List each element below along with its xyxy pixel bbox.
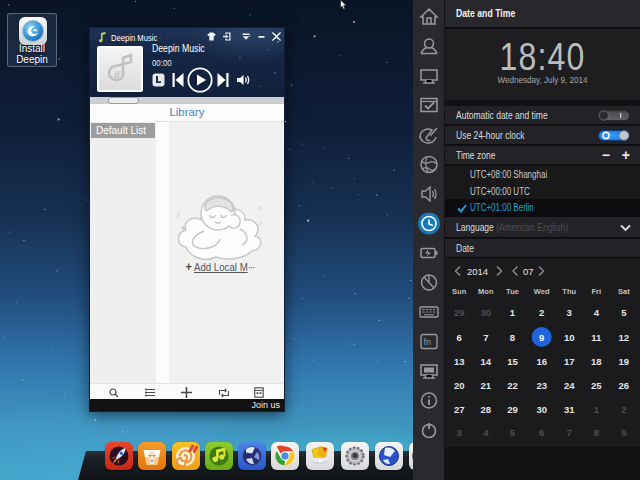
svg-text:4: 4 (483, 427, 489, 438)
svg-text:Sat: Sat (618, 287, 630, 296)
svg-text:30: 30 (536, 404, 547, 415)
svg-text:13: 13 (454, 356, 465, 367)
svg-text:10: 10 (564, 332, 575, 343)
svg-text:d: d (114, 70, 120, 80)
svg-text:Wed: Wed (534, 287, 550, 296)
svg-text:24: 24 (564, 380, 575, 391)
svg-text:16: 16 (536, 356, 547, 367)
svg-text:07: 07 (523, 266, 534, 277)
svg-text:3: 3 (567, 307, 572, 318)
svg-text:25: 25 (591, 380, 602, 391)
svg-text:29: 29 (454, 307, 465, 318)
svg-text:30: 30 (481, 307, 492, 318)
svg-text:Sun: Sun (452, 287, 467, 296)
svg-text:5: 5 (510, 427, 516, 438)
svg-text:9: 9 (539, 332, 544, 343)
svg-text:19: 19 (619, 356, 630, 367)
svg-text:22: 22 (507, 380, 518, 391)
svg-text:21: 21 (481, 380, 492, 391)
svg-text:5: 5 (621, 307, 627, 318)
svg-text:✦: ✦ (180, 224, 187, 233)
svg-text:17: 17 (564, 356, 575, 367)
svg-text:28: 28 (481, 404, 492, 415)
svg-text:9: 9 (621, 427, 626, 438)
svg-text:7: 7 (567, 427, 572, 438)
svg-text:14: 14 (481, 356, 492, 367)
svg-text:11: 11 (591, 332, 602, 343)
svg-text:2: 2 (539, 307, 544, 318)
svg-text:29: 29 (507, 404, 518, 415)
svg-text:1: 1 (594, 404, 600, 415)
svg-text:Fri: Fri (592, 287, 602, 296)
svg-text:6: 6 (457, 332, 462, 343)
svg-text:4: 4 (594, 307, 600, 318)
svg-text:8: 8 (510, 332, 515, 343)
svg-text:7: 7 (483, 332, 488, 343)
svg-text:20: 20 (454, 380, 465, 391)
svg-text:Thu: Thu (562, 287, 576, 296)
svg-text:1: 1 (510, 307, 516, 318)
svg-text:2: 2 (621, 404, 626, 415)
svg-text:Mon: Mon (478, 287, 494, 296)
svg-text:3: 3 (457, 427, 462, 438)
svg-text:15: 15 (507, 356, 518, 367)
svg-text:8: 8 (594, 427, 599, 438)
svg-text:2014: 2014 (467, 266, 488, 277)
svg-text:26: 26 (619, 380, 630, 391)
svg-text:31: 31 (564, 404, 575, 415)
svg-text:6: 6 (539, 427, 544, 438)
svg-text:♪: ♪ (176, 210, 180, 219)
svg-text:18: 18 (591, 356, 602, 367)
svg-text:23: 23 (536, 380, 547, 391)
svg-text:✧: ✧ (256, 204, 263, 213)
svg-text:Tue: Tue (506, 287, 519, 296)
svg-text:12: 12 (619, 332, 630, 343)
svg-text:fn: fn (424, 337, 432, 347)
svg-text:♪: ♪ (258, 218, 262, 227)
svg-text:27: 27 (454, 404, 465, 415)
